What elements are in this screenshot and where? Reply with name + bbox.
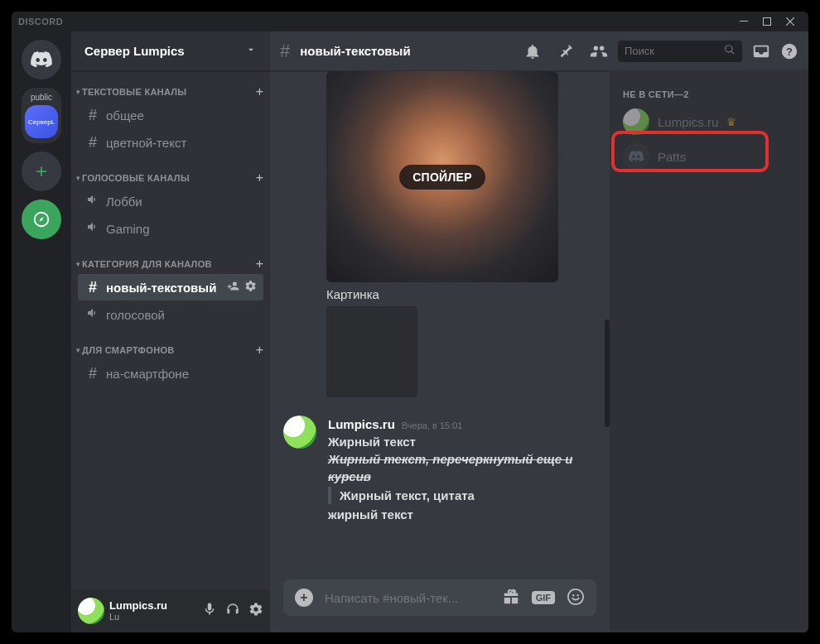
- inbox-button[interactable]: [752, 42, 770, 60]
- svg-rect-1: [764, 18, 771, 26]
- members-sidebar: НЕ В СЕТИ—2 Lumpics.ru ♛ Patts: [610, 71, 808, 632]
- server-rail: public СерверL +: [12, 31, 71, 632]
- gif-button[interactable]: GIF: [532, 591, 555, 604]
- window-minimize-button[interactable]: [732, 12, 755, 31]
- hash-icon: #: [84, 107, 101, 124]
- home-button[interactable]: [22, 40, 61, 79]
- category-header[interactable]: ▾КАТЕГОРИЯ ДЛЯ КАНАЛОВ+: [71, 252, 270, 273]
- message-line: жирный текст: [328, 506, 596, 523]
- messages-area: СПОЙЛЕР Картинка Lumpics.ru Вчера, в 15:…: [270, 71, 610, 632]
- add-channel-button[interactable]: +: [256, 257, 263, 272]
- add-server-button[interactable]: +: [22, 151, 61, 191]
- voice-channel[interactable]: голосовой: [78, 301, 263, 328]
- chat-header: # новый-текстовый ?: [270, 31, 808, 71]
- spoiler-image[interactable]: СПОЙЛЕР: [326, 71, 558, 282]
- avatar: [623, 143, 649, 170]
- attachment-placeholder[interactable]: [326, 306, 417, 397]
- server-folder[interactable]: public СерверL: [22, 88, 61, 143]
- main-content: # новый-текстовый ?: [270, 31, 808, 632]
- category-header[interactable]: ▾ДЛЯ СМАРТФОНОВ+: [71, 338, 270, 359]
- avatar[interactable]: [283, 416, 316, 449]
- svg-text:?: ?: [786, 45, 793, 57]
- window-maximize-button[interactable]: [755, 12, 779, 31]
- avatar: [623, 108, 649, 135]
- invite-icon[interactable]: [227, 280, 239, 295]
- member-item[interactable]: Lumpics.ru ♛: [616, 104, 802, 139]
- folder-label: public: [31, 93, 52, 102]
- member-name: Lumpics.ru: [658, 115, 718, 129]
- gear-icon[interactable]: [244, 280, 257, 295]
- deafen-button[interactable]: [225, 602, 240, 620]
- user-panel: Lumpics.ru Lu: [71, 589, 270, 632]
- message-line: Жирный текст: [328, 433, 596, 450]
- search-input[interactable]: [625, 45, 719, 57]
- speaker-icon: [84, 306, 101, 324]
- spoiler-label: СПОЙЛЕР: [399, 165, 485, 190]
- text-channel[interactable]: #общее: [78, 102, 263, 128]
- server-name: Сервер Lumpics: [84, 44, 185, 58]
- member-item[interactable]: Patts: [616, 139, 802, 174]
- svg-point-6: [572, 594, 574, 595]
- window-close-button[interactable]: [779, 12, 802, 31]
- server-icon[interactable]: СерверL: [25, 105, 58, 138]
- text-channel-active[interactable]: #новый-текстовый: [78, 274, 263, 300]
- image-caption: Картинка: [326, 287, 596, 301]
- add-channel-button[interactable]: +: [256, 171, 263, 185]
- message-line-quote: Жирный текст, цитата: [328, 487, 596, 504]
- channels-list[interactable]: ▾ТЕКСТОВЫЕ КАНАЛЫ+ #общее #цветной-текст…: [71, 71, 270, 589]
- current-user-tag: Lu: [109, 612, 167, 622]
- message-author[interactable]: Lumpics.ru: [328, 416, 395, 433]
- explore-button[interactable]: [22, 199, 61, 239]
- member-name: Patts: [658, 150, 686, 164]
- titlebar: DISCORD: [12, 12, 808, 31]
- members-heading: НЕ В СЕТИ—2: [616, 84, 802, 104]
- hash-icon: #: [84, 279, 101, 296]
- member-list-button[interactable]: [590, 42, 608, 60]
- hash-icon: #: [84, 365, 101, 382]
- voice-channel[interactable]: Лобби: [78, 188, 263, 214]
- voice-channel[interactable]: Gaming: [78, 215, 263, 242]
- message-timestamp: Вчера, в 15:01: [402, 420, 463, 432]
- message-composer[interactable]: + GIF: [283, 579, 596, 616]
- notifications-button[interactable]: [523, 42, 542, 60]
- hash-icon: #: [84, 134, 101, 151]
- category-header[interactable]: ▾ТЕКСТОВЫЕ КАНАЛЫ+: [71, 79, 270, 101]
- chevron-down-icon: ▾: [76, 260, 80, 268]
- speaker-icon: [84, 193, 101, 210]
- svg-rect-0: [740, 21, 748, 22]
- current-user-name: Lumpics.ru: [109, 600, 167, 612]
- user-settings-button[interactable]: [248, 602, 263, 620]
- message-input[interactable]: [325, 591, 490, 605]
- svg-point-7: [577, 594, 579, 595]
- channels-sidebar: Сервер Lumpics ▾ТЕКСТОВЫЕ КАНАЛЫ+ #общее…: [71, 31, 270, 632]
- gift-button[interactable]: [502, 588, 520, 608]
- emoji-button[interactable]: [567, 588, 585, 608]
- chevron-down-icon: ▾: [76, 88, 80, 96]
- owner-crown-icon: ♛: [726, 116, 736, 128]
- chevron-down-icon: [245, 44, 257, 58]
- category-header[interactable]: ▾ГОЛОСОВЫЕ КАНАЛЫ+: [71, 166, 270, 187]
- search-box[interactable]: [618, 41, 742, 62]
- avatar[interactable]: [78, 598, 104, 624]
- brand-wordmark: DISCORD: [18, 17, 63, 26]
- chevron-down-icon: ▾: [76, 346, 80, 354]
- search-icon: [724, 44, 736, 58]
- text-channel[interactable]: #цветной-текст: [78, 129, 263, 156]
- chevron-down-icon: ▾: [76, 174, 80, 182]
- text-channel[interactable]: #на-смартфоне: [78, 360, 263, 387]
- pinned-button[interactable]: [557, 42, 575, 60]
- speaker-icon: [84, 220, 101, 238]
- message: Lumpics.ru Вчера, в 15:01 Жирный текст Ж…: [283, 416, 596, 523]
- mute-mic-button[interactable]: [202, 602, 217, 620]
- messages-scroller[interactable]: СПОЙЛЕР Картинка Lumpics.ru Вчера, в 15:…: [270, 71, 610, 579]
- attach-button[interactable]: +: [295, 589, 313, 607]
- app-window: DISCORD public СерверL + Сервер Lumpics: [12, 12, 808, 632]
- add-channel-button[interactable]: +: [256, 84, 263, 99]
- channel-title: новый-текстовый: [300, 44, 410, 58]
- add-channel-button[interactable]: +: [256, 343, 263, 358]
- hash-icon: #: [280, 41, 290, 62]
- help-button[interactable]: ?: [780, 42, 798, 60]
- svg-point-5: [568, 589, 583, 603]
- message-line: Жирный текст, перечеркнутый еще и курсив: [328, 450, 596, 485]
- server-header[interactable]: Сервер Lumpics: [71, 31, 270, 71]
